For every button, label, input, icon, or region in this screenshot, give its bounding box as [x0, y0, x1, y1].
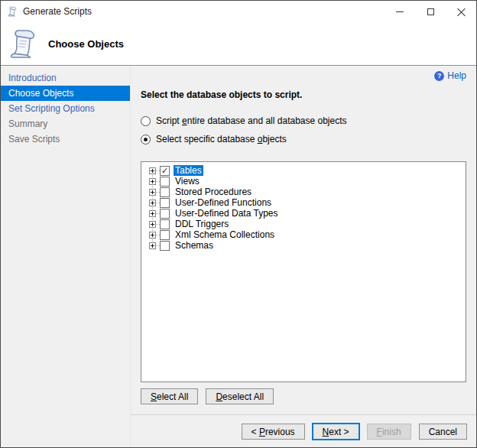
- selection-buttons-row: Select All Deselect All: [141, 388, 466, 404]
- tree-item-label[interactable]: Schemas: [174, 240, 215, 251]
- radio-label: Script entire database and all database …: [156, 115, 347, 126]
- title-bar: Generate Scripts: [1, 1, 476, 22]
- tree-item-xml-schema-collections[interactable]: Xml Schema Collections: [141, 229, 466, 240]
- minimize-icon: [396, 11, 404, 12]
- help-row: ? Help: [141, 70, 466, 82]
- checkbox[interactable]: [160, 177, 170, 187]
- expand-plus-icon[interactable]: [149, 167, 156, 174]
- script-scroll-icon: [8, 27, 37, 60]
- tree-item-user-defined-functions[interactable]: User-Defined Functions: [141, 197, 466, 208]
- finish-button: Finish: [367, 424, 411, 440]
- help-link[interactable]: Help: [447, 70, 466, 81]
- close-icon: [457, 8, 466, 16]
- database-objects-tree[interactable]: Tables Views Stored Procedures: [141, 161, 466, 382]
- tree-item-views[interactable]: Views: [141, 176, 466, 187]
- tree-item-schemas[interactable]: Schemas: [141, 240, 466, 251]
- minimize-button[interactable]: [385, 1, 415, 22]
- checkbox[interactable]: [160, 230, 170, 240]
- radio-icon: [141, 116, 151, 126]
- cancel-button[interactable]: Cancel: [419, 424, 467, 440]
- instruction-text: Select the database objects to script.: [141, 89, 466, 100]
- checkbox[interactable]: [160, 166, 170, 176]
- checkbox[interactable]: [160, 198, 170, 208]
- generate-scripts-dialog: Generate Scripts Choose Objects Introduc…: [0, 0, 477, 448]
- wizard-footer: < Previous Next > Finish Cancel: [131, 414, 476, 447]
- sidebar-item-save-scripts: Save Scripts: [1, 131, 130, 147]
- window-title: Generate Scripts: [23, 6, 92, 17]
- wizard-header: Choose Objects: [1, 22, 476, 66]
- radio-label: Select specific database objects: [156, 134, 287, 144]
- expand-plus-icon[interactable]: [149, 242, 156, 249]
- sidebar-item-set-scripting-options[interactable]: Set Scripting Options: [1, 101, 130, 116]
- tree-item-tables[interactable]: Tables: [141, 165, 466, 176]
- page-title: Choose Objects: [48, 38, 124, 50]
- object-scope-radio-group: Script entire database and all database …: [141, 115, 466, 152]
- expand-plus-icon[interactable]: [149, 221, 156, 228]
- sidebar-item-introduction[interactable]: Introduction: [1, 70, 130, 86]
- script-scroll-icon: [7, 6, 18, 17]
- radio-script-entire-database[interactable]: Script entire database and all database …: [141, 115, 466, 126]
- expand-plus-icon[interactable]: [149, 200, 156, 206]
- previous-button[interactable]: < Previous: [242, 424, 305, 440]
- help-question-icon: ?: [434, 71, 444, 81]
- checkbox[interactable]: [160, 209, 170, 219]
- tree-item-label[interactable]: Xml Schema Collections: [174, 229, 276, 240]
- main-panel: ? Help Select the database objects to sc…: [131, 66, 476, 447]
- radio-icon: [141, 135, 151, 144]
- sidebar-item-summary: Summary: [1, 116, 130, 131]
- next-button[interactable]: Next >: [313, 424, 359, 440]
- tree-item-label[interactable]: Tables: [174, 165, 203, 176]
- maximize-button[interactable]: [415, 1, 446, 22]
- tree-item-label[interactable]: Views: [174, 176, 201, 187]
- tree-item-stored-procedures[interactable]: Stored Procedures: [141, 187, 466, 197]
- expand-plus-icon[interactable]: [149, 232, 156, 239]
- expand-plus-icon[interactable]: [149, 178, 156, 185]
- expand-plus-icon[interactable]: [149, 210, 156, 217]
- close-button[interactable]: [446, 1, 476, 22]
- checkbox[interactable]: [160, 187, 170, 197]
- tree-item-label[interactable]: User-Defined Functions: [174, 197, 273, 208]
- checkbox[interactable]: [160, 219, 170, 229]
- radio-select-specific-objects[interactable]: Select specific database objects: [141, 134, 466, 144]
- tree-item-label[interactable]: User-Defined Data Types: [174, 208, 280, 219]
- sidebar-item-choose-objects[interactable]: Choose Objects: [1, 86, 130, 101]
- deselect-all-button[interactable]: Deselect All: [206, 388, 274, 404]
- wizard-steps-sidebar: Introduction Choose Objects Set Scriptin…: [1, 66, 131, 447]
- expand-plus-icon[interactable]: [149, 189, 156, 196]
- maximize-icon: [427, 8, 434, 15]
- tree-item-ddl-triggers[interactable]: DDL Triggers: [141, 219, 466, 229]
- tree-item-user-defined-data-types[interactable]: User-Defined Data Types: [141, 208, 466, 219]
- checkbox[interactable]: [160, 241, 170, 251]
- select-all-button[interactable]: Select All: [141, 388, 198, 404]
- tree-item-label[interactable]: DDL Triggers: [174, 219, 230, 229]
- tree-item-label[interactable]: Stored Procedures: [174, 187, 253, 197]
